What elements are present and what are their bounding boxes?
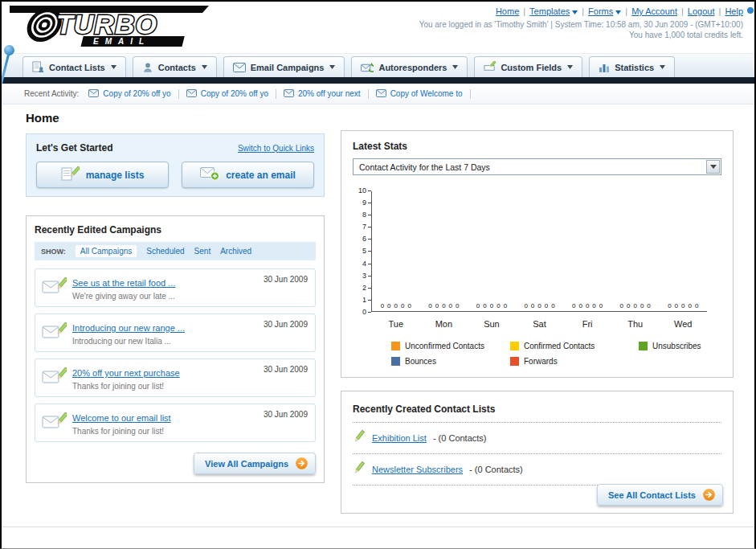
manage-lists-icon xyxy=(61,166,80,184)
pencil-icon xyxy=(353,461,366,477)
top-link-forms[interactable]: Forms xyxy=(588,6,613,16)
legend-item: Unconfirmed Contacts xyxy=(391,342,510,350)
chart-plot-groups: 00000000000000000000000000000000000 xyxy=(372,302,707,309)
chart-value: 0 xyxy=(497,302,500,309)
campaign-item[interactable]: Welcome to our email list Thanks for joi… xyxy=(35,404,316,442)
decoration-pin xyxy=(4,45,14,55)
top-link-my-account[interactable]: My Account xyxy=(631,6,677,16)
chart-value: 0 xyxy=(592,302,595,309)
x-tick-label: Fri xyxy=(563,319,611,329)
contact-list-link[interactable]: Newsletter Subscribers xyxy=(372,465,463,474)
switch-quick-links[interactable]: Switch to Quick Links xyxy=(238,144,314,153)
nav-tab-contact-lists[interactable]: Contact Lists xyxy=(22,56,126,77)
contact-activity-chart: 109876543210 000000000000000000000000000… xyxy=(353,191,721,316)
recent-activity-item[interactable]: Copy of 20% off yo xyxy=(186,89,276,99)
legend-swatch xyxy=(510,357,519,366)
campaign-list: See us at the retail food ... We're givi… xyxy=(35,268,316,442)
legend-label: Unsubscribes xyxy=(652,342,701,350)
chevron-down-icon xyxy=(567,65,573,69)
separator: | xyxy=(625,6,627,16)
legend-label: Forwards xyxy=(524,357,558,366)
legend-swatch xyxy=(639,342,648,350)
select-value: Contact Activity for the Last 7 Days xyxy=(359,162,490,172)
button-label: manage lists xyxy=(86,170,145,181)
y-tick-label: 8 xyxy=(362,211,371,219)
envelope-icon xyxy=(376,89,386,99)
chevron-down-icon xyxy=(202,65,207,69)
chart-value: 0 xyxy=(668,302,671,309)
manage-lists-button[interactable]: manage lists xyxy=(36,162,169,188)
chart-value: 0 xyxy=(387,302,390,309)
campaign-envelope-pencil-icon xyxy=(42,277,67,301)
x-tick-label: Wed xyxy=(659,319,707,329)
nav-tab-label: Contact Lists xyxy=(49,63,105,72)
campaign-item[interactable]: See us at the retail food ... We're givi… xyxy=(35,268,316,307)
filter-sent[interactable]: Sent xyxy=(194,247,211,256)
recent-activity-item[interactable]: 20% off your next xyxy=(284,89,369,99)
contact-list-count: - (0 Contacts) xyxy=(469,465,523,474)
nav-divider-bar xyxy=(2,77,754,84)
campaign-title-link[interactable]: See us at the retail food ... xyxy=(72,278,175,288)
top-link-logout[interactable]: Logout xyxy=(688,6,715,16)
campaign-title-link[interactable]: 20% off your next purchase xyxy=(72,368,180,378)
button-label: View All Campaigns xyxy=(205,459,288,469)
chart-plot-area: 00000000000000000000000000000000000 xyxy=(371,191,707,312)
chart-value: 0 xyxy=(537,302,541,309)
contact-lists-panel-title: Recently Created Contact Lists xyxy=(353,404,495,415)
nav-tab-custom-fields[interactable]: Custom Fields xyxy=(474,56,582,77)
nav-tab-contacts[interactable]: Contacts xyxy=(133,56,217,77)
campaign-title-link[interactable]: Introducing our new range ... xyxy=(72,323,185,333)
contact-list-item[interactable]: Newsletter Subscribers - (0 Contacts) xyxy=(353,454,721,485)
contact-list-item[interactable]: Exhibition List - (0 Contacts) xyxy=(353,423,721,454)
top-link-home[interactable]: Home xyxy=(496,6,519,16)
nav-tab-email-campaigns[interactable]: Email Campaigns xyxy=(223,56,345,77)
campaign-item[interactable]: 20% off your next purchase Thanks for jo… xyxy=(35,358,316,397)
chart-x-labels: TueMonSunSatFriThuWed xyxy=(372,319,721,329)
nav-tab-autoresponders[interactable]: Autoresponders xyxy=(351,56,468,77)
chart-value: 0 xyxy=(599,302,603,309)
legend-label: Confirmed Contacts xyxy=(524,342,595,350)
filter-archived[interactable]: Archived xyxy=(220,247,251,256)
chevron-down-icon xyxy=(452,65,458,69)
chart-day-group: 00000 xyxy=(516,302,564,309)
recent-activity-item[interactable]: Copy of 20% off yo xyxy=(88,89,178,99)
create-email-button[interactable]: create an email xyxy=(182,162,314,188)
email-campaigns-icon xyxy=(233,63,246,72)
chart-value: 0 xyxy=(490,302,493,309)
stats-period-select[interactable]: Contact Activity for the Last 7 Days xyxy=(353,158,721,175)
chevron-down-icon xyxy=(111,65,116,69)
nav-tab-statistics[interactable]: Statistics xyxy=(589,56,675,77)
chevron-down-icon xyxy=(706,160,720,174)
top-link-help[interactable]: Help xyxy=(725,6,743,16)
contact-list-link[interactable]: Exhibition List xyxy=(372,433,427,443)
chevron-down-icon xyxy=(329,65,335,69)
chevron-down-icon xyxy=(660,65,665,69)
view-all-campaigns-button[interactable]: View All Campaigns xyxy=(194,453,316,474)
filter-all-campaigns[interactable]: All Campaigns xyxy=(76,245,137,257)
logo-text-primary: TURBO xyxy=(56,9,157,39)
campaign-subtitle: Thanks for joining our list! xyxy=(72,382,309,391)
contact-list-count: - (0 Contacts) xyxy=(433,433,487,443)
y-tick-label: 0 xyxy=(362,309,371,316)
legend-label: Bounces xyxy=(405,357,436,366)
chart-value: 0 xyxy=(545,302,548,309)
see-all-contact-lists-button[interactable]: See All Contact Lists xyxy=(597,484,723,506)
envelope-icon xyxy=(88,89,99,99)
chart-value: 0 xyxy=(524,302,527,309)
utility-nav: Home | Templates | Forms | My Account | … xyxy=(496,6,743,16)
chart-day-group: 00000 xyxy=(611,302,660,309)
create-email-icon xyxy=(200,166,219,183)
chart-value: 0 xyxy=(381,302,384,309)
top-link-templates[interactable]: Templates xyxy=(529,6,570,16)
chart-value: 0 xyxy=(675,302,678,309)
main-content: Home Let's Get Started Switch to Quick L… xyxy=(2,104,754,526)
recent-activity-item[interactable]: Copy of Welcome to xyxy=(376,89,471,99)
page-title: Home xyxy=(26,111,59,125)
filter-scheduled[interactable]: Scheduled xyxy=(146,247,184,256)
chart-day-group: 00000 xyxy=(468,302,516,309)
campaign-item[interactable]: Introducing our new range ... Introducin… xyxy=(35,313,316,352)
campaign-title-link[interactable]: Welcome to our email list xyxy=(72,413,171,423)
footer-divider xyxy=(2,526,754,527)
legend-swatch xyxy=(510,342,519,350)
campaign-date: 30 Jun 2009 xyxy=(264,410,308,419)
